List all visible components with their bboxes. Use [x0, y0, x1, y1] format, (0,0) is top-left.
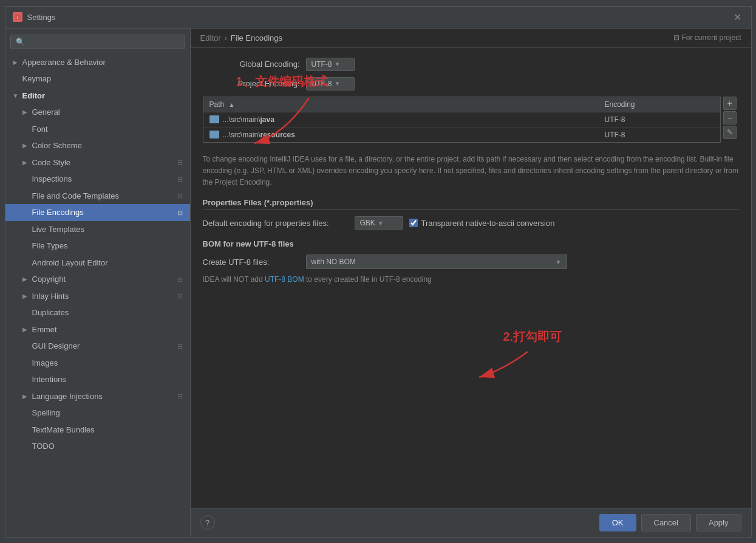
title-bar: I Settings ✕: [5, 7, 751, 29]
sidebar-item-inspections[interactable]: Inspections ⊟: [5, 171, 190, 188]
bom-info: IDEA will NOT add UTF-8 BOM to every cre…: [203, 275, 739, 284]
global-encoding-label: Global Encoding:: [203, 60, 300, 69]
sidebar-item-label: Live Templates: [32, 224, 84, 236]
breadcrumb-separator: ›: [224, 33, 226, 43]
create-utf8-value: with NO BOM: [312, 258, 356, 266]
copy-icon: ⊟: [177, 291, 183, 301]
sidebar-item-label: Copyright: [32, 273, 66, 285]
sidebar-item-label: Spelling: [32, 407, 60, 419]
sidebar-item-font[interactable]: Font: [5, 121, 190, 138]
sidebar-item-label: Inlay Hints: [32, 290, 69, 302]
dropdown-arrow: ▼: [556, 259, 562, 265]
default-encoding-select[interactable]: GBK ▼: [355, 216, 403, 230]
search-input[interactable]: [27, 38, 180, 46]
sidebar-item-images[interactable]: Images: [5, 355, 190, 372]
col-encoding-header[interactable]: Encoding: [599, 97, 720, 112]
dialog-content: 🔍 Appearance & Behavior Keymap Editor Ge…: [5, 29, 751, 537]
sidebar-item-label: File and Code Templates: [32, 190, 120, 202]
sidebar-item-file-encodings[interactable]: File Encodings ⊟: [5, 204, 190, 221]
global-encoding-select[interactable]: UTF-8 ▼: [306, 58, 355, 71]
project-encoding-select[interactable]: UTF-8 ▼: [306, 77, 355, 90]
properties-section-title: Properties Files (*.properties): [203, 198, 739, 210]
default-encoding-value: GBK: [360, 219, 375, 227]
bom-row: Create UTF-8 files: with NO BOM ▼: [203, 254, 739, 269]
svg-text:I: I: [16, 15, 18, 20]
sidebar-item-todo[interactable]: TODO: [5, 438, 190, 455]
sidebar-item-keymap[interactable]: Keymap: [5, 70, 190, 87]
cancel-button[interactable]: Cancel: [641, 514, 691, 531]
sidebar-item-label: Appearance & Behavior: [22, 56, 106, 69]
sidebar-item-label: Font: [32, 123, 48, 135]
apply-button[interactable]: Apply: [696, 514, 741, 531]
app-icon: I: [13, 12, 22, 22]
sidebar-item-live-templates[interactable]: Live Templates: [5, 221, 190, 238]
encoding-info: To change encoding IntelliJ IDEA uses fo…: [203, 154, 739, 189]
expand-icon: [13, 91, 20, 100]
sidebar-item-general[interactable]: General: [5, 104, 190, 121]
table-header: Path ▲ Encoding: [203, 97, 720, 112]
main-panel: Editor › File Encodings ⊟ For current pr…: [191, 29, 751, 537]
sidebar-item-file-code-templates[interactable]: File and Code Templates ⊟: [5, 188, 190, 205]
sidebar-item-code-style[interactable]: Code Style ⊟: [5, 154, 190, 171]
search-icon: 🔍: [16, 38, 25, 46]
create-utf8-select[interactable]: with NO BOM ▼: [306, 254, 567, 269]
table-row[interactable]: ...\src\main\resources UTF-8: [203, 128, 720, 142]
bom-info-suffix: to every created file in UTF-8 encoding: [304, 275, 432, 284]
sidebar-item-appearance[interactable]: Appearance & Behavior: [5, 54, 190, 71]
sidebar-item-copyright[interactable]: Copyright ⊟: [5, 271, 190, 288]
encoding-table: Path ▲ Encoding ...\src\main\java: [203, 97, 721, 143]
expand-icon: [22, 141, 30, 150]
table-row[interactable]: ...\src\main\java UTF-8: [203, 112, 720, 128]
edit-button[interactable]: ✎: [723, 126, 737, 139]
sidebar-item-spelling[interactable]: Spelling: [5, 405, 190, 422]
copy-icon: ⊟: [177, 208, 183, 218]
sidebar-item-label: TextMate Bundles: [32, 424, 95, 436]
sidebar-item-intentions[interactable]: Intentions: [5, 371, 190, 388]
sidebar-item-language-injections[interactable]: Language Injections ⊟: [5, 388, 190, 405]
sidebar-item-color-scheme[interactable]: Color Scheme: [5, 137, 190, 154]
col-path-header[interactable]: Path ▲: [203, 97, 599, 112]
remove-button[interactable]: −: [723, 111, 737, 125]
utf8-bom-link[interactable]: UTF-8 BOM: [265, 275, 304, 284]
expand-icon: [22, 325, 30, 334]
native-to-ascii-label: Transparent native-to-ascii conversion: [421, 219, 555, 228]
sidebar-item-editor[interactable]: Editor: [5, 87, 190, 104]
ok-button[interactable]: OK: [599, 514, 636, 531]
expand-icon: [22, 108, 30, 117]
sidebar-item-label: GUI Designer: [32, 340, 80, 352]
sidebar-item-label: File Types: [32, 240, 68, 252]
expand-icon: [22, 275, 30, 284]
help-button[interactable]: ?: [200, 515, 215, 530]
default-encoding-label: Default encoding for properties files:: [203, 219, 349, 228]
sidebar-item-emmet[interactable]: Emmet: [5, 321, 190, 338]
sidebar-item-label: Inspections: [32, 173, 72, 185]
global-encoding-value: UTF-8: [312, 60, 332, 69]
project-encoding-value: UTF-8: [312, 80, 332, 88]
add-button[interactable]: +: [723, 97, 737, 110]
search-box[interactable]: 🔍: [10, 35, 185, 49]
path-cell: ...\src\main\java: [203, 112, 599, 127]
sidebar-item-label: Language Injections: [32, 391, 103, 403]
copy-icon: ⊟: [177, 341, 183, 352]
close-button[interactable]: ✕: [731, 12, 744, 23]
dialog-title: Settings: [27, 13, 731, 22]
bottom-bar: ? OK Cancel Apply: [191, 508, 751, 537]
expand-icon: [22, 392, 30, 401]
bom-section-title: BOM for new UTF-8 files: [203, 239, 739, 248]
sidebar-item-android-layout-editor[interactable]: Android Layout Editor: [5, 254, 190, 272]
copy-icon: ⊟: [177, 157, 183, 168]
path-cell: ...\src\main\resources: [203, 128, 599, 142]
folder-res-icon: [209, 131, 219, 138]
default-encoding-row: Default encoding for properties files: G…: [203, 216, 739, 230]
breadcrumb: Editor › File Encodings ⊟ For current pr…: [191, 29, 751, 48]
breadcrumb-parent: Editor: [200, 33, 221, 43]
sidebar-item-inlay-hints[interactable]: Inlay Hints ⊟: [5, 288, 190, 305]
sidebar-item-duplicates[interactable]: Duplicates: [5, 304, 190, 321]
expand-icon: [22, 292, 30, 301]
sidebar-item-textmate-bundles[interactable]: TextMate Bundles: [5, 422, 190, 439]
sidebar-item-file-types[interactable]: File Types: [5, 237, 190, 254]
sidebar-item-gui-designer[interactable]: GUI Designer ⊟: [5, 338, 190, 355]
sidebar-item-label: Intentions: [32, 374, 66, 386]
sidebar-item-label: File Encodings: [32, 207, 84, 219]
native-to-ascii-checkbox[interactable]: [409, 219, 418, 227]
